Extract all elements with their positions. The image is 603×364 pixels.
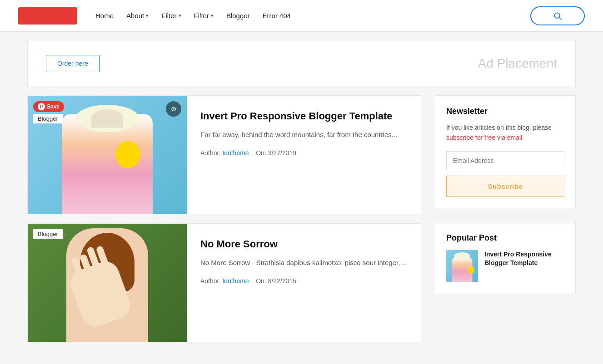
nav-blogger[interactable]: Blogger bbox=[226, 12, 250, 20]
category-tag-2[interactable]: Blogger bbox=[33, 229, 63, 239]
post-body-2: No More Sorrow No More Sorrow - Strathis… bbox=[187, 224, 419, 342]
sidebar: Newsletter If you like articles on this … bbox=[435, 95, 576, 342]
order-button[interactable]: Order here bbox=[46, 55, 100, 72]
post-title-1[interactable]: Invert Pro Responsive Blogger Template bbox=[200, 109, 397, 123]
chevron-down-icon: ▾ bbox=[179, 13, 181, 19]
popular-post-widget: Popular Post Invert Pro Responsive Blogg… bbox=[435, 222, 576, 293]
nav-filter-1[interactable]: Filter ▾ bbox=[161, 12, 181, 20]
author-link-2[interactable]: Idntheme bbox=[222, 277, 249, 285]
post-card-1: P Save Blogger ⊕ Invert Pro Responsive B… bbox=[27, 95, 421, 214]
post-card-2: Blogger No More Sorrow No More Sorrow - … bbox=[27, 223, 421, 342]
post-image-2: Blogger bbox=[28, 224, 187, 342]
decorative-balloon bbox=[468, 266, 474, 274]
chevron-down-icon: ▾ bbox=[146, 13, 149, 19]
popular-post-title: Popular Post bbox=[446, 233, 564, 243]
search-button[interactable] bbox=[530, 6, 585, 25]
newsletter-title: Newsletter bbox=[446, 107, 564, 116]
svg-point-0 bbox=[554, 13, 560, 18]
pinterest-icon: P bbox=[38, 103, 45, 110]
popular-post-thumb-1 bbox=[446, 250, 478, 282]
search-icon bbox=[553, 11, 562, 20]
decorative-hat bbox=[75, 105, 139, 132]
main-content: P Save Blogger ⊕ Invert Pro Responsive B… bbox=[27, 95, 576, 342]
logo[interactable] bbox=[18, 7, 77, 25]
post-image-1: P Save Blogger ⊕ bbox=[28, 96, 187, 214]
post-excerpt-1: Far far away, behind the word mountains,… bbox=[200, 129, 397, 140]
email-input[interactable] bbox=[446, 151, 564, 170]
zoom-icon[interactable]: ⊕ bbox=[166, 101, 181, 117]
post-title-2[interactable]: No More Sorrow bbox=[200, 237, 406, 251]
newsletter-desc: If you like articles on this blog, pleas… bbox=[446, 123, 564, 143]
nav-error404[interactable]: Error 404 bbox=[263, 12, 291, 20]
author-link-1[interactable]: Idntheme bbox=[222, 149, 249, 157]
post-excerpt-2: No More Sorrow - Strathisla dapibus kali… bbox=[200, 257, 406, 268]
ad-placement-text: Ad Placement bbox=[478, 56, 557, 71]
nav-filter-2[interactable]: Filter ▾ bbox=[194, 12, 214, 20]
subscribe-button[interactable]: Subscribe bbox=[446, 176, 564, 197]
nav-home[interactable]: Home bbox=[95, 12, 114, 20]
popular-post-item-1: Invert Pro Responsive Blogger Template bbox=[446, 250, 564, 282]
ad-banner: Order here Ad Placement bbox=[27, 41, 576, 86]
svg-line-1 bbox=[559, 17, 562, 20]
chevron-down-icon: ▾ bbox=[211, 13, 214, 19]
save-badge[interactable]: P Save bbox=[33, 101, 64, 112]
nav-links: Home About ▾ Filter ▾ Filter ▾ Blogger E… bbox=[95, 12, 530, 20]
newsletter-widget: Newsletter If you like articles on this … bbox=[435, 95, 576, 208]
post-meta-1: Author. Idntheme On. 3/27/2019 bbox=[200, 149, 397, 157]
post-meta-2: Author. Idntheme On. 8/22/2015 bbox=[200, 277, 406, 285]
category-tag-1[interactable]: Blogger bbox=[33, 114, 63, 123]
post-list: P Save Blogger ⊕ Invert Pro Responsive B… bbox=[27, 95, 421, 342]
navbar: Home About ▾ Filter ▾ Filter ▾ Blogger E… bbox=[0, 0, 603, 32]
post-body-1: Invert Pro Responsive Blogger Template F… bbox=[187, 96, 411, 214]
popular-post-label-1[interactable]: Invert Pro Responsive Blogger Template bbox=[484, 250, 564, 268]
nav-about[interactable]: About ▾ bbox=[126, 12, 149, 20]
